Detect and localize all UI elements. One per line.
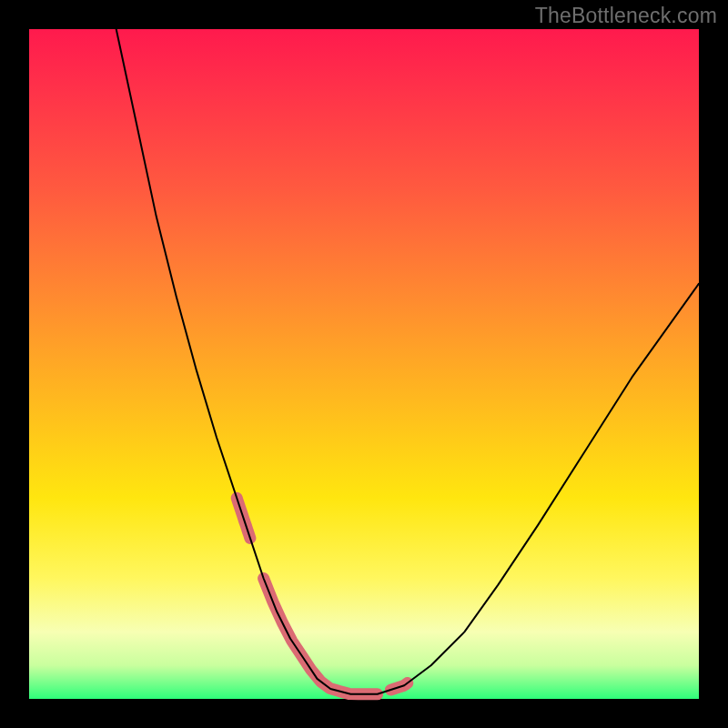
- chart-svg: [29, 29, 699, 699]
- chart-frame: TheBottleneck.com: [0, 0, 728, 728]
- plot-area: [29, 29, 699, 699]
- watermark-text: TheBottleneck.com: [535, 4, 717, 28]
- bottleneck-curve-line: [116, 29, 699, 694]
- highlight-layer: [237, 498, 408, 694]
- highlight-segment: [264, 579, 378, 694]
